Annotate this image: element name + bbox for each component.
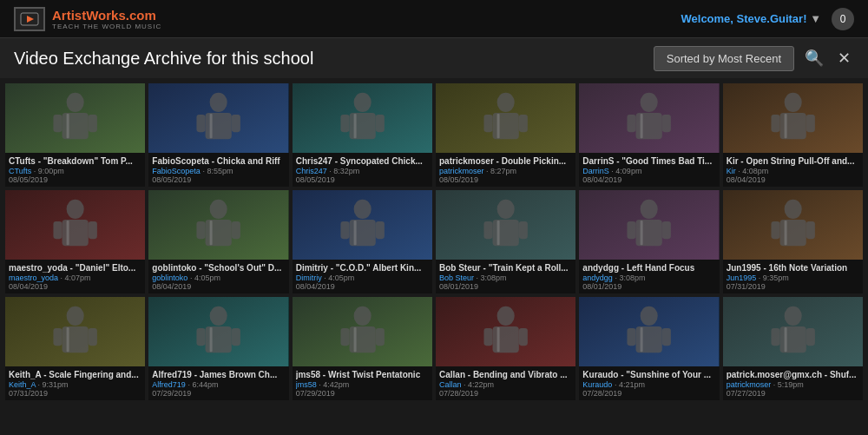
video-title: patrick.moser@gmx.ch - Shuf... — [727, 369, 859, 380]
video-title: maestro_yoda - "Daniel" Elto... — [9, 262, 141, 274]
video-thumbnail — [436, 190, 575, 260]
video-item[interactable]: DarrinS - "Good Times Bad Ti... DarrinS … — [579, 83, 719, 187]
svg-rect-52 — [349, 220, 375, 246]
video-item[interactable]: Alfred719 - James Brown Ch... Alfred719 … — [148, 297, 288, 400]
svg-rect-71 — [771, 221, 779, 239]
close-icon: ✕ — [838, 49, 851, 67]
video-item[interactable]: Jun1995 - 16th Note Variation Jun1995 · … — [723, 190, 863, 293]
svg-rect-29 — [628, 115, 636, 132]
svg-rect-11 — [197, 115, 206, 132]
video-thumbnail — [579, 297, 719, 366]
svg-rect-41 — [53, 221, 62, 239]
svg-rect-83 — [197, 328, 206, 346]
video-item[interactable]: Kuraudo - "Sunshine of Your ... Kuraudo … — [579, 297, 719, 400]
video-item[interactable]: Bob Steur - "Train Kept a Roll... Bob St… — [436, 190, 575, 293]
video-item[interactable]: patrickmoser - Double Pickin... patrickm… — [436, 83, 575, 187]
svg-rect-66 — [662, 221, 671, 239]
search-button[interactable]: 🔍 — [801, 45, 827, 71]
video-item[interactable]: Dimitriy - "C.O.D." Albert Kin... Dimitr… — [293, 190, 432, 293]
username: Steve.Guitar! — [737, 12, 807, 25]
notification-button[interactable]: 0 — [832, 8, 854, 30]
video-thumbnail — [723, 190, 863, 260]
video-user: DarrinS — [582, 167, 609, 175]
video-user: Dimitriy — [296, 274, 322, 282]
video-full-date: 08/04/2019 — [9, 282, 141, 291]
svg-rect-48 — [232, 221, 240, 239]
svg-marker-1 — [27, 16, 34, 23]
svg-rect-31 — [641, 114, 643, 138]
svg-rect-89 — [340, 328, 349, 346]
video-user: andydgg — [582, 274, 613, 282]
video-item[interactable]: goblintoko - "School's Out" D... goblint… — [148, 190, 288, 293]
svg-rect-85 — [210, 327, 213, 352]
video-full-date: 08/05/2019 — [152, 175, 285, 184]
header-right: Welcome, Steve.Guitar! ▼ 0 — [681, 8, 854, 30]
video-date: · 3:08pm — [615, 274, 645, 282]
video-thumbnail — [723, 83, 863, 153]
svg-rect-5 — [53, 115, 62, 132]
video-full-date: 07/28/2019 — [439, 389, 572, 398]
video-full-date: 08/05/2019 — [9, 175, 141, 184]
video-title: Chris247 - Syncopated Chick... — [296, 155, 429, 167]
video-title: DarrinS - "Good Times Bad Ti... — [582, 155, 715, 167]
logo-rest: Works.com — [86, 8, 156, 23]
video-item[interactable]: Chris247 - Syncopated Chick... Chris247 … — [293, 83, 432, 187]
video-item[interactable]: Keith_A - Scale Fingering and... Keith_A… — [5, 297, 145, 400]
video-user: Jun1995 — [727, 274, 757, 282]
video-date: · 9:31pm — [38, 380, 69, 389]
dropdown-arrow[interactable]: ▼ — [810, 12, 821, 25]
video-user: Chris247 — [296, 167, 327, 175]
video-meta: Keith_A · 9:31pm — [9, 380, 141, 389]
svg-rect-58 — [493, 220, 519, 246]
video-meta: maestro_yoda · 4:07pm — [9, 274, 141, 282]
video-date: · 4:42pm — [319, 380, 349, 389]
video-item[interactable]: patrick.moser@gmx.ch - Shuf... patrickmo… — [723, 297, 863, 400]
video-title: Bob Steur - "Train Kept a Roll... — [439, 262, 572, 274]
video-meta: andydgg · 3:08pm — [582, 274, 715, 282]
video-info: Chris247 - Syncopated Chick... Chris247 … — [293, 153, 432, 187]
video-item[interactable]: Kir - Open String Pull-Off and... Kir · … — [723, 83, 863, 187]
svg-rect-88 — [349, 326, 375, 353]
video-thumbnail — [5, 297, 145, 366]
svg-rect-100 — [636, 326, 662, 353]
video-thumbnail — [5, 83, 145, 153]
svg-point-93 — [497, 306, 515, 326]
svg-rect-67 — [641, 221, 643, 245]
video-info: FabioScopeta - Chicka and Riff FabioScop… — [148, 153, 288, 187]
title-controls: Sorted by Most Recent 🔍 ✕ — [654, 45, 854, 71]
logo-text: ArtistWorks.com TEACH THE WORLD MUSIC — [52, 8, 161, 30]
video-full-date: 07/27/2019 — [727, 389, 859, 398]
video-full-date: 07/29/2019 — [296, 389, 429, 398]
video-info: goblintoko - "School's Out" D... goblint… — [148, 260, 288, 293]
video-info: jms58 - Wrist Twist Pentatonic jms58 · 4… — [293, 366, 432, 400]
sort-button[interactable]: Sorted by Most Recent — [654, 46, 794, 71]
video-item[interactable]: maestro_yoda - "Daniel" Elto... maestro_… — [5, 190, 145, 293]
notif-count: 0 — [840, 13, 846, 25]
video-thumbnail — [579, 83, 719, 153]
svg-point-21 — [497, 93, 515, 112]
video-title: Dimitriy - "C.O.D." Albert Kin... — [296, 262, 429, 274]
svg-point-75 — [67, 306, 84, 326]
video-item[interactable]: andydgg - Left Hand Focus andydgg · 3:08… — [579, 190, 719, 293]
video-item[interactable]: jms58 - Wrist Twist Pentatonic jms58 · 4… — [293, 297, 432, 400]
svg-point-51 — [353, 200, 371, 219]
video-meta: Alfred719 · 6:44pm — [152, 380, 285, 389]
svg-point-57 — [497, 200, 515, 219]
svg-point-3 — [67, 93, 84, 112]
video-date: · 4:09pm — [611, 167, 641, 175]
video-item[interactable]: Callan - Bending and Vibrato ... Callan … — [436, 297, 575, 400]
video-full-date: 08/04/2019 — [152, 282, 285, 291]
svg-rect-46 — [206, 220, 232, 246]
video-item[interactable]: CTufts - "Breakdown" Tom P... CTufts · 9… — [5, 83, 145, 187]
video-title: Alfred719 - James Brown Ch... — [152, 369, 285, 380]
svg-rect-73 — [784, 221, 786, 245]
svg-rect-72 — [806, 221, 814, 239]
svg-rect-95 — [483, 328, 492, 346]
video-title: Kir - Open String Pull-Off and... — [727, 155, 859, 167]
video-item[interactable]: FabioScopeta - Chicka and Riff FabioScop… — [148, 83, 288, 187]
svg-rect-37 — [784, 114, 786, 138]
video-info: Callan - Bending and Vibrato ... Callan … — [436, 366, 575, 400]
svg-rect-25 — [497, 114, 500, 138]
video-thumbnail — [148, 190, 288, 260]
close-button[interactable]: ✕ — [834, 45, 854, 71]
